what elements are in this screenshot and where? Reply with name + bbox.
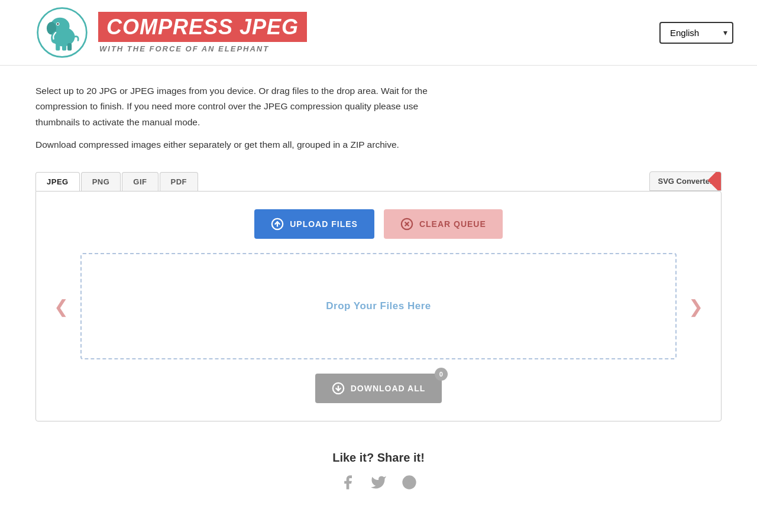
svg-point-5: [57, 23, 59, 25]
svg-point-18: [410, 483, 412, 484]
upload-icon: [271, 218, 284, 231]
upload-files-label: UPLOAD FILES: [290, 219, 358, 229]
header: COMPRESS JPEG WITH THE FORCE OF AN ELEPH…: [0, 0, 757, 66]
clear-queue-label: CLEAR QUEUE: [419, 219, 486, 229]
clear-queue-button[interactable]: CLEAR QUEUE: [384, 209, 503, 239]
download-count-badge: 0: [435, 368, 448, 381]
facebook-share-icon[interactable]: [339, 474, 356, 495]
carousel-prev-arrow[interactable]: ❮: [48, 290, 75, 323]
download-icon: [332, 382, 345, 395]
description-paragraph-2: Download compressed images either separa…: [35, 137, 449, 153]
twitter-share-icon[interactable]: [370, 474, 387, 495]
carousel-next-arrow[interactable]: ❯: [682, 290, 709, 323]
share-icons: [0, 474, 757, 495]
drop-zone-wrapper: ❮ Drop Your Files Here ❯: [48, 253, 709, 359]
tabs-row: JPEG PNG GIF PDF SVG Converter: [35, 171, 722, 191]
reddit-share-icon[interactable]: [401, 474, 418, 495]
share-title: Like it? Share it!: [0, 451, 757, 465]
logo-text-area: COMPRESS JPEG WITH THE FORCE OF AN ELEPH…: [98, 12, 307, 53]
upload-files-button[interactable]: UPLOAD FILES: [254, 209, 374, 239]
svg-rect-6: [56, 43, 60, 51]
description: Select up to 20 JPG or JPEG images from …: [0, 66, 485, 171]
language-selector[interactable]: English Español Français Deutsch Portugu…: [659, 22, 733, 44]
logo-area: COMPRESS JPEG WITH THE FORCE OF AN ELEPH…: [35, 6, 307, 59]
svg-rect-7: [62, 43, 66, 51]
tab-gif[interactable]: GIF: [122, 172, 158, 191]
description-paragraph-1: Select up to 20 JPG or JPEG images from …: [35, 83, 449, 130]
language-select[interactable]: English Español Français Deutsch Portugu…: [659, 22, 733, 44]
tool-box: UPLOAD FILES CLEAR QUEUE ❮ Drop Your Fil…: [35, 191, 722, 421]
tool-container: JPEG PNG GIF PDF SVG Converter UPLOAD FI…: [35, 171, 722, 421]
tab-png[interactable]: PNG: [81, 172, 121, 191]
tabs-left: JPEG PNG GIF PDF: [35, 172, 199, 191]
logo-title: COMPRESS JPEG: [98, 12, 307, 42]
buttons-row: UPLOAD FILES CLEAR QUEUE: [48, 209, 709, 239]
tab-pdf[interactable]: PDF: [160, 172, 199, 191]
svg-badge-ribbon: [708, 171, 722, 191]
drop-zone-text: Drop Your Files Here: [326, 300, 431, 312]
elephant-icon: [35, 6, 89, 59]
drop-zone[interactable]: Drop Your Files Here: [80, 253, 677, 359]
logo-subtitle: WITH THE FORCE OF AN ELEPHANT: [98, 44, 307, 53]
svg-point-16: [402, 476, 416, 489]
svg-point-17: [407, 483, 408, 484]
tab-jpeg[interactable]: JPEG: [35, 172, 80, 191]
download-row: DOWNLOAD ALL 0: [48, 374, 709, 403]
download-all-button[interactable]: DOWNLOAD ALL 0: [315, 374, 442, 403]
svg-converter-label: SVG Converter: [658, 177, 713, 186]
svg-converter-badge[interactable]: SVG Converter: [649, 171, 722, 191]
svg-rect-8: [67, 43, 72, 51]
share-section: Like it? Share it!: [0, 451, 757, 518]
clear-icon: [400, 218, 413, 231]
download-all-label: DOWNLOAD ALL: [351, 384, 426, 393]
